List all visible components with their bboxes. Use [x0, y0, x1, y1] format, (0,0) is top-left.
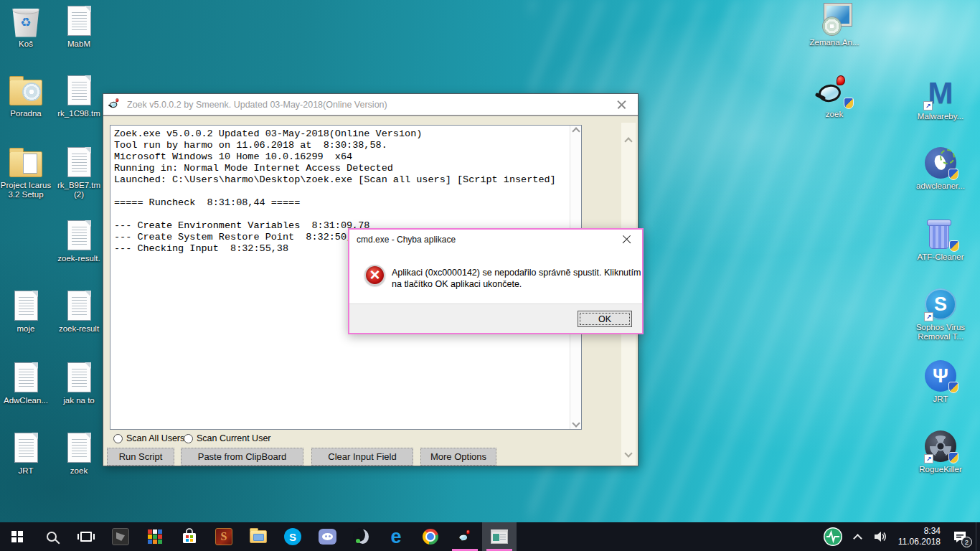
desktop-icon-zemana[interactable]: Zemana.An... [807, 3, 862, 47]
scroll-down-icon[interactable] [624, 449, 632, 457]
jrt-trident-icon [925, 360, 956, 392]
radio-circle-icon [113, 434, 123, 443]
tray-show-hidden-icons-button[interactable] [849, 522, 866, 551]
tray-volume-button[interactable] [867, 522, 892, 551]
taskbar-pinned-rubiks[interactable] [138, 522, 172, 551]
desktop-icon-project-icarus[interactable]: Project Icarus 3.2 Setup [0, 146, 53, 199]
paste-from-clipboard-button[interactable]: Paste from ClipBoard [181, 448, 303, 466]
taskbar-pinned-edge[interactable] [379, 522, 413, 551]
taskbar-running-zoek-window[interactable] [482, 522, 517, 551]
desktop-icon-label: MabM [67, 39, 90, 49]
run-script-button[interactable]: Run Script [107, 448, 174, 466]
more-options-button[interactable]: More Options [420, 448, 496, 466]
desktop-icon-roguekiller[interactable]: RogueKiller [913, 430, 968, 474]
system-tray: 8:34 11.06.2018 2 [818, 522, 973, 551]
sophos-icon [925, 288, 956, 320]
taskbar-pinned-crescent-app[interactable] [344, 522, 379, 551]
desktop-icon-atf-cleaner[interactable]: ATF-Cleaner [913, 217, 968, 262]
taskbar-taskview-button[interactable] [69, 522, 103, 551]
action-center-button[interactable]: 2 [947, 522, 973, 551]
document-icon [67, 433, 91, 463]
uac-shield-icon [948, 452, 958, 463]
search-icon [47, 532, 57, 542]
document-icon [14, 433, 38, 463]
desktop-icon-zoek-file[interactable]: zoek [52, 431, 106, 476]
task-view-icon [80, 532, 92, 542]
desktop-icon-jrt-app[interactable]: JRT [913, 359, 968, 404]
clear-input-field-button[interactable]: Clear Input Field [311, 448, 413, 466]
show-desktop-button[interactable] [976, 522, 980, 551]
installer-icon [817, 3, 852, 36]
desktop-icon-label: moje [17, 324, 35, 334]
taskbar-pinned-discord[interactable] [310, 522, 344, 551]
zoek-magnifier-icon [817, 75, 852, 108]
desktop-icon-label: zoek-result [59, 324, 99, 334]
taskbar-pinned-game[interactable] [207, 522, 241, 551]
rubiks-cube-icon [147, 529, 163, 545]
scroll-up-icon[interactable] [624, 137, 632, 145]
taskbar-pinned-chrome[interactable] [413, 522, 448, 551]
taskbar: 8:34 11.06.2018 2 [0, 522, 980, 551]
roguekiller-radioactive-icon [925, 430, 956, 462]
dialog-titlebar[interactable]: cmd.exe - Chyba aplikace [349, 230, 642, 249]
file-explorer-icon [250, 530, 267, 543]
taskbar-pinned-skype[interactable] [275, 522, 310, 551]
ok-button[interactable]: OK [578, 311, 632, 327]
uac-shield-icon [949, 240, 959, 252]
error-message-line1: Aplikaci (0xc0000142) se nepodařilo sprá… [392, 267, 641, 278]
zoek-close-button[interactable] [605, 94, 638, 115]
desktop-icon-label: ATF-Cleaner [918, 253, 964, 262]
zoek-app-icon [109, 98, 122, 110]
document-icon [67, 362, 91, 392]
scroll-down-icon[interactable] [572, 419, 580, 427]
uac-shield-icon [948, 382, 958, 393]
error-dialog: cmd.exe - Chyba aplikace Aplikaci (0xc00… [348, 228, 644, 334]
tray-health-monitor-button[interactable] [818, 522, 848, 551]
desktop-icon-label: Project Icarus 3.2 Setup [0, 181, 53, 199]
taskbar-start-button[interactable] [0, 522, 34, 551]
desktop-icon-rk-1c98[interactable]: rk_1C98.tm [52, 74, 106, 118]
taskbar-pinned-dark-app[interactable] [103, 522, 138, 551]
desktop-icon-kos[interactable]: Koš [0, 4, 53, 49]
dialog-footer: OK [349, 303, 642, 333]
desktop-icon-adwcleaner[interactable]: adwcleaner... [913, 146, 968, 191]
dialog-close-button[interactable] [611, 230, 642, 249]
taskbar-clock[interactable]: 8:34 11.06.2018 [893, 526, 946, 547]
zoek-titlebar[interactable]: Zoek v5.0.0.2 by Smeenk. Updated 03-May-… [103, 94, 638, 116]
dialog-title: cmd.exe - Chyba aplikace [357, 235, 456, 245]
desktop-icon-label: JRT [19, 466, 34, 476]
taskbar-search-button[interactable] [34, 522, 69, 551]
window-title: Zoek v5.0.0.2 by Smeenk. Updated 03-May-… [127, 100, 387, 110]
desktop-icon-jak-na-to[interactable]: jak na to [52, 361, 106, 405]
scroll-up-icon[interactable] [572, 127, 580, 135]
desktop-icon-mabm[interactable]: MabM [52, 4, 106, 49]
radio-circle-icon [184, 434, 193, 443]
taskbar-pinned-explorer[interactable] [241, 522, 275, 551]
desktop-icon-malwarebytes[interactable]: Malwareby... [913, 77, 968, 121]
clock-date: 11.06.2018 [898, 537, 941, 547]
desktop-icon-label: Malwareby... [918, 112, 963, 121]
taskbar-pinned-store[interactable] [172, 522, 207, 551]
desktop-icon-adwclean[interactable]: AdwClean... [0, 361, 53, 405]
desktop-icon-jrt-file[interactable]: JRT [0, 431, 53, 476]
taskbar-running-zoek[interactable] [448, 522, 482, 551]
desktop-icon-rk-b9e7[interactable]: rk_B9E7.tm (2) [52, 146, 106, 199]
document-icon [67, 291, 91, 321]
desktop-icon-label: Zemana.An... [809, 38, 859, 47]
desktop-icon-moje[interactable]: moje [0, 289, 53, 334]
dark-app-icon [112, 528, 129, 545]
malwarebytes-icon [924, 77, 957, 109]
desktop-icon-sophos[interactable]: Sophos Virus Removal T... [913, 288, 968, 342]
desktop-icon-zoek-result-1[interactable]: zoek-result. [52, 219, 106, 263]
radio-scan-all-users[interactable]: Scan All Users [113, 433, 184, 443]
desktop-icon-label: JRT [933, 395, 948, 404]
desktop-icon-poradna[interactable]: Poradna [0, 74, 53, 118]
desktop-icon-zoek-result-2[interactable]: zoek-result [52, 289, 106, 334]
desktop-icon-zoek-app[interactable]: zoek [807, 75, 862, 119]
document-icon [14, 291, 38, 321]
error-icon [364, 265, 385, 286]
radio-scan-current-user[interactable]: Scan Current User [184, 433, 271, 443]
shortcut-arrow-icon [924, 454, 933, 463]
desktop-icon-label: Sophos Virus Removal T... [913, 323, 968, 342]
folder-picture-icon [9, 151, 42, 177]
